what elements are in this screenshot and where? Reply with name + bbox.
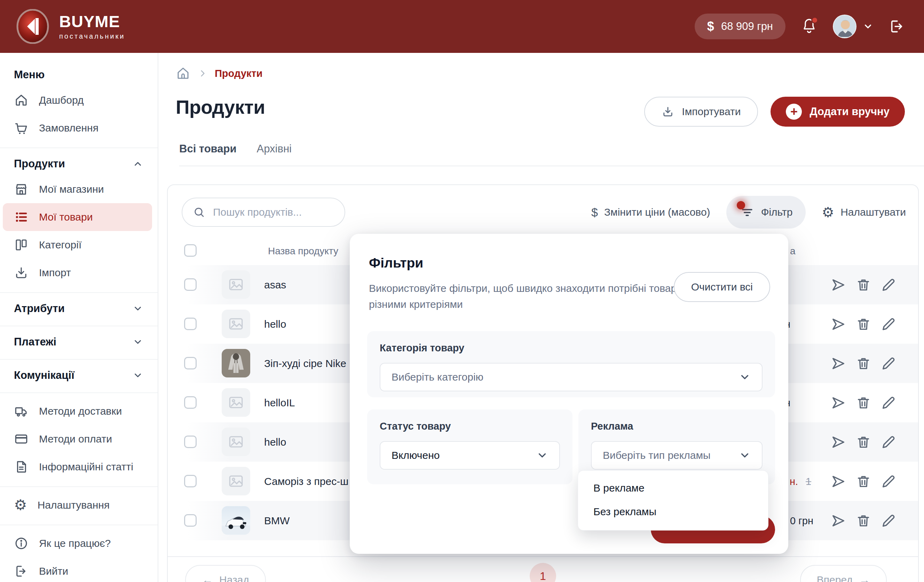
dollar-icon: $ — [591, 206, 598, 219]
ads-option-in-ads[interactable]: В рекламе — [578, 476, 768, 500]
sidebar-item-import[interactable]: Імпорт — [0, 259, 158, 287]
import-button-label: Імпортувати — [682, 106, 741, 117]
sidebar-item-label: Налаштування — [38, 499, 110, 511]
product-image-car — [222, 506, 250, 535]
sidebar-section-products[interactable]: Продукти — [0, 152, 158, 175]
row-checkbox[interactable] — [184, 514, 196, 527]
add-manual-button[interactable]: + Додати вручну — [771, 97, 905, 127]
search-box[interactable] — [182, 198, 345, 227]
trash-icon[interactable] — [855, 473, 871, 490]
column-header-name: Назва продукту — [268, 246, 338, 257]
row-checkbox[interactable] — [184, 396, 196, 409]
sidebar-item-my-stores[interactable]: Мої магазини — [0, 175, 158, 203]
category-select-placeholder: Виберіть категорію — [391, 371, 483, 383]
status-select[interactable]: Включено — [380, 441, 560, 470]
send-icon[interactable] — [830, 356, 846, 371]
logout-icon — [14, 564, 28, 579]
sidebar-item-label: Мої товари — [39, 211, 93, 223]
balance-pill[interactable]: $ 68 909 грн — [695, 13, 785, 39]
ads-option-no-ads[interactable]: Без рекламы — [578, 500, 768, 524]
filter-button[interactable]: Фільтр — [726, 196, 806, 229]
image-icon — [227, 276, 245, 293]
category-filter-label: Категорія товару — [380, 342, 762, 354]
trash-icon[interactable] — [855, 316, 871, 332]
info-icon — [14, 536, 28, 551]
send-icon[interactable] — [830, 473, 846, 490]
sidebar-item-my-products[interactable]: Мої товари — [3, 203, 152, 231]
row-checkbox[interactable] — [184, 357, 196, 369]
sidebar-item-settings[interactable]: ⚙ Налаштування — [0, 491, 158, 519]
user-menu[interactable] — [833, 15, 873, 38]
pagination-page-1[interactable]: 1 — [530, 563, 556, 582]
notifications-button[interactable] — [801, 17, 817, 35]
sidebar-item-orders[interactable]: Замовлення — [0, 114, 158, 142]
edit-icon[interactable] — [881, 473, 896, 490]
edit-icon[interactable] — [881, 434, 896, 450]
row-actions — [830, 473, 896, 490]
sidebar-item-categories[interactable]: Категорії — [0, 231, 158, 259]
bulk-price-label: Змінити ціни (масово) — [604, 206, 710, 218]
trash-icon[interactable] — [855, 434, 871, 450]
send-icon[interactable] — [830, 316, 846, 332]
send-icon[interactable] — [830, 513, 846, 529]
sidebar-section-payments[interactable]: Платежі — [0, 330, 158, 353]
edit-icon[interactable] — [881, 277, 896, 293]
sidebar-section-communications[interactable]: Комунікації — [0, 364, 158, 387]
sidebar-item-how-it-works[interactable]: Як це працює? — [0, 529, 158, 557]
sidebar-item-delivery-methods[interactable]: Методи доставки — [0, 397, 158, 425]
sidebar-heading-label: Меню — [14, 69, 45, 81]
trash-icon[interactable] — [855, 395, 871, 411]
clear-all-button[interactable]: Очистити всі — [674, 272, 770, 302]
send-icon[interactable] — [830, 395, 846, 411]
configure-label: Налаштувати — [840, 206, 906, 218]
configure-button[interactable]: ⚙ Налаштувати — [822, 205, 906, 219]
row-checkbox[interactable] — [184, 318, 196, 330]
sidebar-section-attributes[interactable]: Атрибути — [0, 297, 158, 320]
filter-button-label: Фільтр — [761, 206, 793, 218]
sidebar-item-dashboard[interactable]: Дашборд — [0, 86, 158, 114]
pagination-next-label: Вперед — [817, 574, 853, 582]
trash-icon[interactable] — [855, 277, 871, 293]
chevron-down-icon — [739, 450, 751, 461]
breadcrumb-current[interactable]: Продукти — [215, 68, 262, 79]
import-button[interactable]: Імпортувати — [644, 97, 758, 127]
brand-logo[interactable]: BUYME постачальники — [15, 9, 125, 44]
trash-icon[interactable] — [855, 513, 871, 529]
tab-archived[interactable]: Архівні — [256, 143, 291, 155]
product-image-placeholder — [222, 270, 250, 299]
sidebar-item-logout[interactable]: Вийти — [0, 557, 158, 582]
pagination-next-button[interactable]: Вперед → — [800, 565, 887, 582]
select-all-checkbox[interactable] — [184, 244, 196, 257]
sidebar-item-payment-methods[interactable]: Методи оплати — [0, 425, 158, 453]
edit-icon[interactable] — [881, 356, 896, 371]
storefront-icon — [14, 182, 28, 196]
product-name: hello — [264, 318, 286, 330]
bulk-price-button[interactable]: $ Змінити ціни (масово) — [591, 206, 710, 219]
sidebar-item-label: Мої магазини — [39, 183, 104, 195]
category-select[interactable]: Виберіть категорію — [380, 363, 762, 391]
edit-icon[interactable] — [881, 395, 896, 411]
edit-icon[interactable] — [881, 316, 896, 332]
notification-badge — [811, 17, 818, 24]
edit-icon[interactable] — [881, 513, 896, 529]
product-image-placeholder — [222, 310, 250, 338]
logout-icon[interactable] — [888, 18, 904, 35]
tab-all-products[interactable]: Всі товари — [179, 143, 236, 155]
ads-select[interactable]: Виберіть тип рекламы — [591, 441, 762, 470]
sidebar-item-info-articles[interactable]: Інформаційні статті — [0, 453, 158, 481]
send-icon[interactable] — [830, 434, 846, 450]
row-checkbox[interactable] — [184, 475, 196, 487]
search-input[interactable] — [213, 206, 328, 218]
column-header-partial: а — [790, 246, 795, 257]
image-icon — [227, 433, 245, 450]
price-fragment-old: 1 — [806, 476, 811, 487]
pagination-prev-button[interactable]: ← Назад — [185, 565, 266, 582]
trash-icon[interactable] — [855, 356, 871, 371]
row-checkbox[interactable] — [184, 278, 196, 291]
row-checkbox[interactable] — [184, 435, 196, 448]
send-icon[interactable] — [830, 277, 846, 293]
sidebar-item-label: Імпорт — [39, 267, 71, 279]
product-name: helloIL — [264, 397, 295, 409]
sidebar-item-label: Методи оплати — [39, 433, 112, 445]
home-icon[interactable] — [176, 66, 190, 81]
